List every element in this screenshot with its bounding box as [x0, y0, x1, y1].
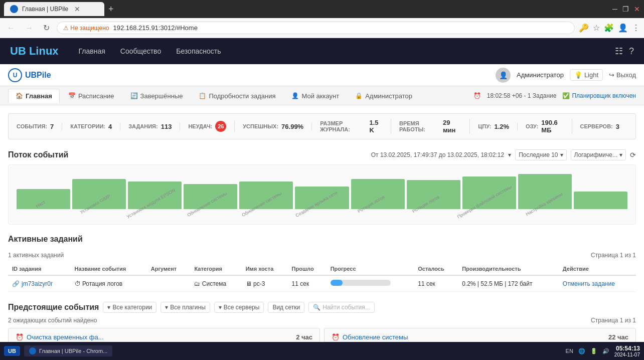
cell-event-name: ⏱ Ротация логов	[71, 275, 147, 292]
help-icon[interactable]: ?	[629, 46, 634, 57]
table-header-row: ID задания Название события Аргумент Кат…	[8, 263, 636, 275]
tab-favicon	[10, 5, 18, 13]
clipboard-icon: 📋	[199, 92, 206, 99]
tab-close-btn[interactable]: ✕	[74, 5, 80, 13]
view-toggle[interactable]: Вид сетки	[268, 302, 304, 313]
cell-remaining: 11 сек	[414, 275, 458, 292]
cube-icon[interactable]: ☷	[615, 46, 623, 57]
logo-icon: U	[8, 68, 22, 82]
taskbar: UB Главная | UBPile - Chrom... EN 🌐 🔋 🔊 …	[0, 342, 644, 360]
scheduler-status: ✅ Планировщик включен	[562, 92, 636, 99]
progress-bar-fill	[331, 280, 343, 286]
tasks-table: ID задания Название события Аргумент Кат…	[8, 263, 636, 292]
task-link[interactable]: 🔗 jm73aizyr0r	[12, 280, 67, 287]
app-header-actions: ☷ ?	[615, 46, 634, 57]
event-time-0: 2 час	[296, 333, 312, 341]
stat-log-size: РАЗМЕР ЖУРНАЛА: 1.5 K	[312, 119, 391, 134]
upcoming-events-section: Предстоящие события ▾ Все категории ▾ Вс…	[8, 302, 636, 346]
cell-progress	[327, 275, 414, 292]
clock-small-icon: ⏱	[75, 280, 81, 287]
sub-header: U UBPile 👤 Администратор 💡 Light ↪ Выход	[0, 64, 644, 86]
col-hostname: Имя хоста	[242, 263, 288, 275]
profile-icon[interactable]: 👤	[618, 23, 628, 33]
col-category: Категория	[190, 263, 241, 275]
close-window-btn[interactable]: ✕	[634, 5, 640, 13]
col-performance: Производительность	[458, 263, 559, 275]
last-select[interactable]: Последние 10 ▾	[515, 149, 566, 160]
cell-hostname: 🖥 pc-3	[242, 275, 288, 292]
chevron-down-icon: ▾	[508, 151, 511, 158]
taskbar-volume-icon: 🔊	[602, 348, 609, 354]
tab-schedule[interactable]: 📅 Расписание	[61, 89, 122, 103]
refresh-btn[interactable]: ⟳	[630, 151, 636, 159]
chart-bar-6	[351, 179, 405, 209]
search-events-input[interactable]: 🔍 Найти события...	[308, 302, 375, 313]
table-row: 🔗 jm73aizyr0r ⏱ Ротация логов 🗂 Система	[8, 275, 636, 292]
chart-bar-2	[128, 182, 182, 209]
app-logo: UB Linux	[10, 45, 59, 58]
star-icon[interactable]: ☆	[593, 23, 600, 33]
taskbar-start-btn[interactable]: UB	[4, 346, 20, 356]
user-icon: 👤	[291, 92, 299, 99]
event-flow-title: Поток событий	[8, 150, 68, 159]
key-icon[interactable]: 🔑	[579, 23, 589, 33]
chart-bar-8	[462, 176, 516, 209]
nav-security[interactable]: Безопасность	[176, 45, 221, 57]
nav-home[interactable]: Главная	[79, 45, 105, 57]
cell-argument	[147, 275, 191, 292]
col-event-name: Название события	[71, 263, 147, 275]
stat-failures: НЕУДАЧ: 26	[180, 121, 235, 132]
light-mode-btn[interactable]: 💡 Light	[570, 69, 603, 81]
clock-icon: ⏰	[473, 92, 481, 99]
categories-filter[interactable]: ▾ Все категории	[103, 302, 156, 313]
active-tasks-header: Активные заданий	[8, 235, 636, 250]
cell-elapsed: 11 сек	[288, 275, 327, 292]
check-icon: ✅	[562, 92, 570, 99]
tab-admin[interactable]: 🔒 Администратор	[348, 89, 420, 103]
browser-tab[interactable]: Главная | UBPile ✕	[4, 2, 104, 16]
plugins-filter[interactable]: ▾ Все плагины	[160, 302, 210, 313]
tab-home[interactable]: 🏠 Главная	[8, 89, 60, 103]
refresh-icon: 🔄	[130, 92, 138, 99]
cancel-task-btn[interactable]: Отменить задание	[563, 280, 615, 287]
active-tasks-title: Активные заданий	[8, 235, 83, 244]
browser-nav: ← → ↻ ⚠ Не защищено 192.168.215.91:3012/…	[0, 18, 644, 38]
event-name-1[interactable]: ⏰ Обновление системы	[332, 333, 408, 341]
menu-icon[interactable]: ⋮	[632, 23, 640, 33]
stat-events: СОБЫТИЯ: 7	[17, 123, 62, 130]
admin-name: Администратор	[517, 71, 564, 79]
servers-filter[interactable]: ▾ Все серверы	[214, 302, 264, 313]
sub-header-right: 👤 Администратор 💡 Light ↪ Выход	[496, 68, 636, 83]
chart-labels: НастУстановка GIMPУстановка модуля EPSON…	[13, 211, 631, 220]
col-remaining: Осталось	[414, 263, 458, 275]
new-tab-btn[interactable]: +	[108, 4, 114, 15]
tab-job-details[interactable]: 📋 Подробности задания	[191, 89, 283, 103]
restore-btn[interactable]: ❐	[622, 5, 629, 13]
event-name-0[interactable]: ⏰ Очистка временных фа...	[16, 333, 104, 341]
reload-btn[interactable]: ↻	[40, 22, 53, 34]
tab-my-account[interactable]: 👤 Мой аккаунт	[284, 89, 347, 103]
taskbar-battery-icon: 🔋	[590, 348, 597, 354]
address-bar[interactable]: ⚠ Не защищено 192.168.215.91:3012/#Home	[57, 22, 575, 34]
forward-btn[interactable]: →	[22, 23, 36, 34]
search-icon: 🔍	[313, 304, 320, 311]
main-content: СОБЫТИЯ: 7 КАТЕГОРИИ: 4 ЗАДАНИЯ: 113 НЕУ…	[0, 105, 644, 360]
taskbar-en: EN	[566, 348, 573, 354]
stat-success: УСПЕШНЫХ: 76.99%	[235, 123, 312, 130]
nav-community[interactable]: Сообщество	[120, 45, 161, 57]
tab-completed[interactable]: 🔄 Завершённые	[123, 89, 191, 103]
taskbar-app-item[interactable]: Главная | UBPile - Chrom...	[24, 345, 112, 356]
security-warning: ⚠ Не защищено	[63, 25, 109, 32]
minimize-btn[interactable]: ─	[612, 5, 617, 13]
server-icon: 🖥	[246, 280, 252, 287]
address-url: 192.168.215.91:3012/#Home	[113, 24, 197, 32]
tabs-right: ⏰ 18:02:58 +06 - 1 Задание ✅ Планировщик…	[473, 92, 636, 99]
date-range-label: От 13.02.2025, 17:49:37 до 13.02.2025, 1…	[371, 151, 504, 158]
taskbar-right: EN 🌐 🔋 🔊 05:54:13 2024-11-07	[566, 345, 640, 357]
logout-btn[interactable]: ↪ Выход	[609, 71, 636, 79]
extensions-icon[interactable]: 🧩	[604, 23, 614, 33]
back-btn[interactable]: ←	[4, 23, 18, 34]
tasks-page: Страница 1 из 1	[591, 252, 636, 259]
scale-select[interactable]: Логарифмиче... ▾	[571, 149, 626, 160]
upcoming-header: Предстоящие события ▾ Все категории ▾ Вс…	[8, 302, 636, 313]
